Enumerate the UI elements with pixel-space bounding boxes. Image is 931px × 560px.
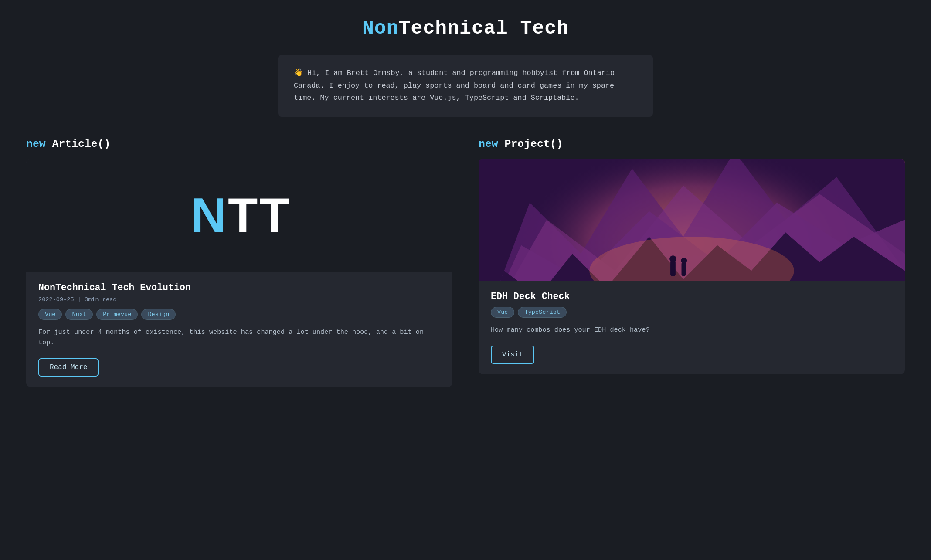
visit-button[interactable]: Visit bbox=[491, 346, 534, 364]
intro-box: 👋 Hi, I am Brett Ormsby, a student and p… bbox=[278, 55, 653, 117]
project-image-area bbox=[479, 159, 905, 281]
ntt-n: N bbox=[191, 187, 224, 243]
tag-vue: Vue bbox=[38, 309, 62, 320]
wave-emoji: 👋 bbox=[294, 69, 303, 77]
site-title-non: Non bbox=[362, 17, 399, 39]
tag-primevue: Primevue bbox=[96, 309, 138, 320]
project-tag-typescript: TypeScript bbox=[518, 307, 567, 318]
intro-text: Hi, I am Brett Ormsby, a student and pro… bbox=[294, 69, 615, 102]
project-title: EDH Deck Check bbox=[491, 291, 893, 302]
article-description: For just under 4 months of existence, th… bbox=[38, 327, 440, 348]
project-section-label: Project() bbox=[505, 138, 563, 150]
article-tags: Vue Nuxt Primevue Design bbox=[38, 309, 440, 320]
project-tag-vue: Vue bbox=[491, 307, 514, 318]
site-title: NonTechnical Tech bbox=[26, 17, 905, 39]
article-image-area: N T T bbox=[26, 159, 452, 272]
svg-point-9 bbox=[669, 255, 676, 262]
svg-rect-8 bbox=[682, 262, 686, 275]
svg-rect-7 bbox=[670, 261, 676, 276]
article-keyword: new bbox=[26, 138, 46, 150]
article-section-heading: new Article() bbox=[26, 138, 452, 150]
article-card: N T T NonTechnical Tech Evolution 2022-0… bbox=[26, 159, 452, 387]
article-section-label: Article() bbox=[52, 138, 111, 150]
project-content: EDH Deck Check Vue TypeScript How many c… bbox=[479, 281, 905, 374]
project-section-heading: new Project() bbox=[479, 138, 905, 150]
article-section: new Article() N T T NonTechnical Tech Ev… bbox=[26, 138, 452, 387]
read-more-button[interactable]: Read More bbox=[38, 358, 99, 377]
project-card: EDH Deck Check Vue TypeScript How many c… bbox=[479, 159, 905, 374]
project-description: How many combos does your EDH deck have? bbox=[491, 325, 893, 335]
ntt-t2: T bbox=[259, 187, 287, 243]
project-section: new Project() bbox=[479, 138, 905, 374]
tag-nuxt: Nuxt bbox=[65, 309, 93, 320]
project-keyword: new bbox=[479, 138, 498, 150]
tag-design: Design bbox=[141, 309, 176, 320]
article-content: NonTechnical Tech Evolution 2022-09-25 |… bbox=[26, 272, 452, 387]
svg-point-10 bbox=[681, 258, 687, 264]
ntt-logo: N T T bbox=[191, 187, 288, 243]
project-image-svg bbox=[479, 159, 905, 281]
site-title-rest: Technical Tech bbox=[399, 17, 569, 39]
article-title: NonTechnical Tech Evolution bbox=[38, 282, 440, 293]
sections-row: new Article() N T T NonTechnical Tech Ev… bbox=[26, 138, 905, 387]
project-tags: Vue TypeScript bbox=[491, 307, 893, 318]
article-meta: 2022-09-25 | 3min read bbox=[38, 296, 440, 303]
ntt-t1: T bbox=[228, 187, 256, 243]
